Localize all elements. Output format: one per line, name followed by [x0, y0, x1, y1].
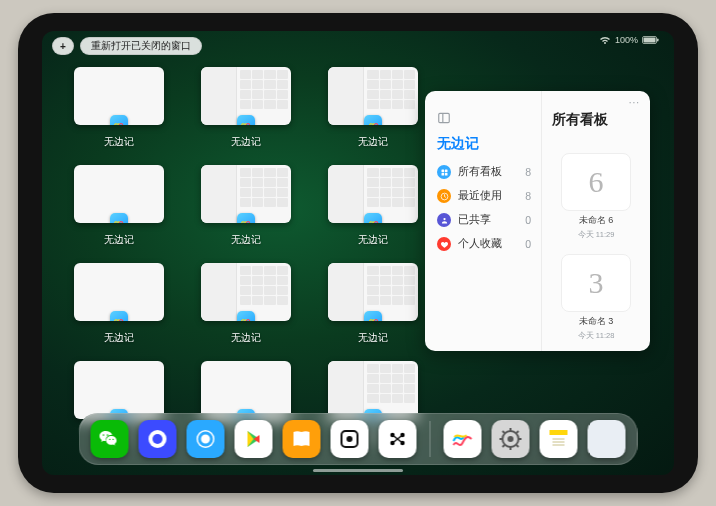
window-thumb — [74, 263, 164, 321]
window-thumb — [201, 165, 291, 223]
window-label: 无边记 — [231, 233, 261, 247]
freeform-app-icon — [237, 115, 255, 125]
dock-app-dot[interactable] — [331, 420, 369, 458]
svg-point-10 — [443, 217, 445, 219]
panel-sidebar: 无边记 所有看板8最近使用8已共享0个人收藏0 — [425, 91, 542, 351]
board-timestamp: 今天 11:28 — [578, 331, 615, 341]
board-timestamp: 今天 11:29 — [578, 230, 615, 240]
window-controls-icon[interactable]: ··· — [629, 97, 640, 108]
nav-item-count: 8 — [525, 190, 531, 202]
nav-item-label: 最近使用 — [458, 189, 502, 203]
window-label: 无边记 — [231, 135, 261, 149]
nav-item-count: 8 — [525, 166, 531, 178]
window-thumb — [201, 263, 291, 321]
board-label: 未命名 6 — [579, 214, 614, 227]
window-tile[interactable]: 无边记 — [321, 263, 426, 345]
sidebar-nav-item[interactable]: 所有看板8 — [437, 165, 531, 179]
window-label: 无边记 — [104, 233, 134, 247]
svg-rect-1 — [644, 38, 656, 43]
window-thumb — [201, 67, 291, 125]
dock-app-dots[interactable] — [379, 420, 417, 458]
dock-separator — [430, 421, 431, 457]
window-label: 无边记 — [358, 331, 388, 345]
window-label: 无边记 — [358, 233, 388, 247]
dock-app-quark[interactable] — [139, 420, 177, 458]
window-thumb — [201, 361, 291, 419]
battery-icon — [642, 35, 660, 45]
dock-app-notes[interactable] — [540, 420, 578, 458]
dock-recent-stack[interactable] — [588, 420, 626, 458]
svg-point-12 — [153, 434, 163, 444]
freeform-app-icon — [364, 115, 382, 125]
dock-app-books[interactable] — [283, 420, 321, 458]
panel-main: 所有看板 6未命名 6今天 11:293未命名 3今天 11:28 — [542, 91, 650, 351]
sidebar-nav-item[interactable]: 最近使用8 — [437, 189, 531, 203]
dock-app-wechat[interactable] — [91, 420, 129, 458]
freeform-window-panel[interactable]: ··· 无边记 所有看板8最近使用8已共享0个人收藏0 所有看板 6未命名 6今… — [425, 91, 650, 351]
svg-line-31 — [503, 445, 505, 447]
svg-line-32 — [517, 431, 519, 433]
window-thumb — [328, 263, 418, 321]
freeform-app-icon — [364, 311, 382, 321]
home-indicator[interactable] — [313, 469, 403, 472]
top-controls: + 重新打开已关闭的窗口 — [52, 37, 202, 55]
ipad-frame: 100% + 重新打开已关闭的窗口 无边记无边记无边记无边记无边记无边记无边记无… — [18, 13, 698, 493]
board-thumbnail: 3 — [561, 254, 631, 312]
svg-rect-6 — [444, 169, 447, 172]
heart-icon — [437, 237, 451, 251]
window-tile[interactable]: 无边记 — [193, 165, 298, 247]
board-label: 未命名 3 — [579, 315, 614, 328]
window-tile[interactable]: 无边记 — [66, 67, 171, 149]
board-thumbnail: 6 — [561, 153, 631, 211]
nav-item-label: 个人收藏 — [458, 237, 502, 251]
sidebar-title: 无边记 — [437, 135, 531, 153]
window-thumb — [74, 165, 164, 223]
screen: 100% + 重新打开已关闭的窗口 无边记无边记无边记无边记无边记无边记无边记无… — [42, 31, 674, 475]
window-label: 无边记 — [231, 331, 261, 345]
svg-line-30 — [517, 445, 519, 447]
board-item[interactable]: 3未命名 3今天 11:28 — [552, 254, 640, 341]
window-tile[interactable]: 无边记 — [66, 263, 171, 345]
window-tile[interactable]: 无边记 — [193, 263, 298, 345]
svg-rect-7 — [441, 172, 444, 175]
dock-app-play[interactable] — [235, 420, 273, 458]
board-list: 6未命名 6今天 11:293未命名 3今天 11:28 — [552, 153, 640, 341]
new-window-button[interactable]: + — [52, 37, 74, 55]
svg-point-24 — [508, 436, 514, 442]
wifi-icon — [599, 35, 611, 45]
battery-percent: 100% — [615, 35, 638, 45]
svg-rect-2 — [657, 39, 659, 42]
freeform-app-icon — [364, 213, 382, 223]
dock-app-settings[interactable] — [492, 420, 530, 458]
open-windows-grid: 无边记无边记无边记无边记无边记无边记无边记无边记无边记无边记无边记无边记 — [66, 67, 426, 443]
freeform-app-icon — [110, 311, 128, 321]
window-label: 无边记 — [104, 135, 134, 149]
svg-rect-5 — [441, 169, 444, 172]
freeform-app-icon — [110, 213, 128, 223]
window-tile[interactable]: 无边记 — [66, 165, 171, 247]
window-thumb — [328, 165, 418, 223]
clock-icon — [437, 189, 451, 203]
nav-item-label: 已共享 — [458, 213, 491, 227]
window-label: 无边记 — [104, 331, 134, 345]
sidebar-nav-item[interactable]: 个人收藏0 — [437, 237, 531, 251]
dock-app-qqbrowser[interactable] — [187, 420, 225, 458]
window-tile[interactable]: 无边记 — [321, 67, 426, 149]
reopen-closed-window-button[interactable]: 重新打开已关闭的窗口 — [80, 37, 202, 55]
status-bar: 100% — [585, 31, 674, 49]
nav-item-label: 所有看板 — [458, 165, 502, 179]
freeform-app-icon — [237, 213, 255, 223]
sidebar-toggle-icon[interactable] — [437, 111, 451, 125]
window-tile[interactable]: 无边记 — [321, 165, 426, 247]
sidebar-nav-item[interactable]: 已共享0 — [437, 213, 531, 227]
svg-rect-33 — [550, 430, 568, 435]
dock-app-freeform[interactable] — [444, 420, 482, 458]
window-label: 无边记 — [358, 135, 388, 149]
panel-main-title: 所有看板 — [552, 111, 640, 129]
window-thumb — [74, 361, 164, 419]
board-item[interactable]: 6未命名 6今天 11:29 — [552, 153, 640, 240]
person-icon — [437, 213, 451, 227]
window-tile[interactable]: 无边记 — [193, 67, 298, 149]
grid-icon — [437, 165, 451, 179]
svg-point-16 — [347, 436, 353, 442]
